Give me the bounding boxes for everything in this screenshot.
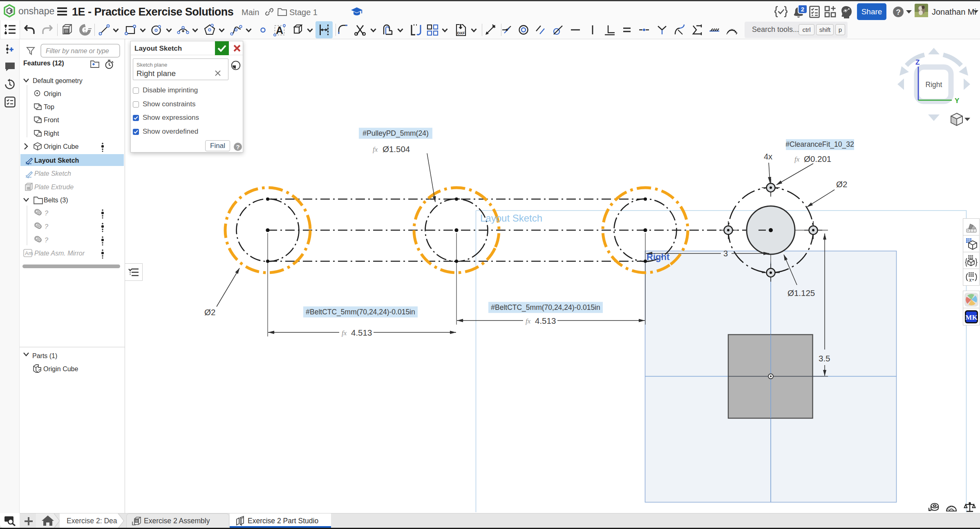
svg-text:Z: Z [915,58,920,66]
svg-text:Am: Am [25,250,33,256]
svg-text:?: ? [896,8,901,16]
svg-text:MK: MK [965,314,978,321]
svg-text:Layout Sketch: Layout Sketch [34,157,79,164]
svg-text:Origin Cube: Origin Cube [43,365,78,372]
svg-text:Right: Right [44,130,59,137]
svg-text:4.513: 4.513 [351,328,372,337]
svg-text:onshape: onshape [18,6,54,16]
svg-text:?: ? [45,237,48,244]
svg-text:Right: Right [926,81,942,89]
svg-text:Ø2: Ø2 [836,179,847,189]
svg-text:?: ? [236,143,239,150]
svg-text:Plate Asm. Mirror: Plate Asm. Mirror [34,250,85,257]
svg-text:Layout Sketch: Layout Sketch [480,213,542,224]
svg-text:?: ? [45,210,48,217]
svg-text:Y: Y [955,97,960,105]
svg-text:Origin Cube: Origin Cube [44,143,78,150]
svg-text:3.5: 3.5 [819,354,830,363]
svg-text:fx: fx [373,146,378,153]
svg-text:#ClearanceFit_10_32: #ClearanceFit_10_32 [785,140,854,149]
svg-text:Belts (3): Belts (3) [44,197,68,204]
svg-text:Ø1.504: Ø1.504 [383,144,410,154]
svg-text:#PulleyPD_5mm(24): #PulleyPD_5mm(24) [362,129,428,138]
svg-text:Right: Right [647,252,670,262]
svg-text:Ø2: Ø2 [204,307,215,317]
svg-text:4x: 4x [764,152,772,161]
svg-text:3: 3 [723,249,728,258]
svg-text:Front: Front [44,117,59,123]
svg-text:Origin: Origin [44,90,61,97]
svg-text:#BeltCTC_5mm(70,24,24)-0.015in: #BeltCTC_5mm(70,24,24)-0.015in [491,303,600,312]
svg-text:Parts (1): Parts (1) [32,352,57,359]
svg-text:2: 2 [801,6,804,13]
svg-text:Filter by name or type: Filter by name or type [46,47,109,54]
svg-text:Plate Extrude: Plate Extrude [34,184,74,191]
svg-text:fx: fx [526,317,531,325]
svg-text:Default geometry: Default geometry [33,77,83,84]
svg-text:fx: fx [794,155,800,163]
svg-text:?: ? [45,223,48,230]
svg-text:Features (12): Features (12) [23,60,64,67]
svg-text:fx: fx [342,329,347,337]
svg-text:Ø1.125: Ø1.125 [788,288,815,298]
svg-text:4.513: 4.513 [535,316,556,325]
svg-text:Top: Top [44,103,54,110]
svg-text:Plate Sketch: Plate Sketch [34,170,71,177]
svg-text:Ø0.201: Ø0.201 [804,154,831,164]
svg-text:x: x [969,276,972,283]
svg-text:DXF: DXF [457,31,465,35]
svg-text:#BeltCTC_5mm(70,24,24)-0.015in: #BeltCTC_5mm(70,24,24)-0.015in [306,308,415,316]
svg-text:A: A [276,25,283,36]
